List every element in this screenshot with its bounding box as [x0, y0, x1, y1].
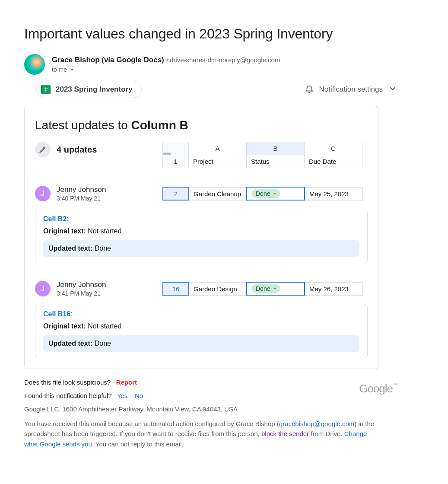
recipient-label: to me — [52, 66, 67, 73]
editor-name: Jenny Johnson — [57, 280, 106, 289]
cell-link[interactable]: Cell B2 — [43, 215, 67, 223]
email-footer: Google™ Does this file look suspicious? … — [24, 379, 378, 449]
report-link[interactable]: Report — [116, 379, 137, 386]
cell-status: Done — [247, 187, 305, 200]
change-card: Cell B16: Original text: Not started Upd… — [35, 304, 368, 358]
editor-avatar: J — [35, 186, 51, 201]
status-pill: Done — [251, 189, 280, 198]
update-block: J Jenny Johnson 3:40 PM May 21 2 Garden … — [35, 185, 368, 263]
email-subject: Important values changed in 2023 Spring … — [24, 26, 406, 42]
suspicious-question: Does this file look suspicious? — [24, 379, 111, 386]
editor-timestamp: 3:40 PM May 21 — [57, 195, 106, 202]
row-number: 1 — [163, 155, 189, 168]
updates-panel: Latest updates to Column B 4 updates A B… — [24, 106, 378, 369]
header-cell: Project — [189, 155, 247, 168]
pencil-icon — [35, 142, 51, 157]
company-address: Google LLC, 1600 Amphitheater Parkway, M… — [24, 405, 378, 413]
col-header-b: B — [247, 142, 305, 155]
row-number: 16 — [163, 282, 189, 295]
col-header-c: C — [305, 142, 362, 155]
sender-row: Grace Bishop (via Google Docs) <drive-sh… — [24, 54, 406, 75]
original-text: Not started — [88, 227, 121, 235]
updates-count: 4 updates — [57, 145, 97, 155]
sender-email: <drive-shares-dm-noreply@google.com — [166, 56, 280, 64]
notification-settings-label: Notification settings — [319, 85, 383, 94]
cell-status: Done — [247, 282, 305, 295]
helpful-yes-link[interactable]: Yes — [117, 392, 127, 399]
sender-email-link[interactable]: gracebishop@google.com — [279, 420, 355, 427]
change-row-table: 2 Garden Cleanup Done May 25, 2023 — [162, 187, 363, 201]
updated-text: Done — [95, 340, 111, 347]
header-cell: Status — [247, 155, 305, 168]
col-header-a: A — [189, 142, 247, 155]
notification-settings-button[interactable]: Notification settings — [305, 84, 397, 96]
status-pill: Done — [251, 284, 280, 293]
sender-name: Grace Bishop (via Google Docs) — [52, 56, 164, 64]
panel-title: Latest updates to Column B — [35, 118, 368, 132]
cell-project: Garden Cleanup — [189, 187, 247, 200]
google-logo: Google™ — [359, 382, 397, 395]
helpful-no-link[interactable]: No — [135, 392, 143, 399]
update-block: J Jenny Johnson 3:41 PM May 21 16 Garden… — [35, 280, 368, 358]
header-table: A B C 1 Project Status Due Date — [162, 142, 362, 168]
editor-name: Jenny Johnson — [57, 185, 106, 194]
cell-link[interactable]: Cell B16 — [43, 310, 70, 318]
table-corner — [163, 142, 189, 155]
cell-duedate: May 25, 2023 — [305, 187, 362, 200]
change-card: Cell B2: Original text: Not started Upda… — [35, 209, 368, 263]
cell-duedate: May 26, 2023 — [305, 282, 362, 295]
document-chip-label: 2023 Spring Inventory — [56, 85, 133, 94]
cell-project: Garden Design — [189, 282, 247, 295]
recipient-dropdown-icon[interactable] — [70, 67, 75, 72]
editor-avatar: J — [35, 281, 51, 296]
block-sender-link[interactable]: block the sender — [261, 430, 309, 437]
sender-avatar — [24, 54, 45, 75]
helpful-question: Found this notification helpful? — [24, 392, 112, 399]
chevron-down-icon — [388, 84, 397, 96]
updated-text: Done — [95, 245, 111, 252]
sheets-icon — [41, 85, 51, 94]
change-row-table: 16 Garden Design Done May 26, 2023 — [162, 282, 363, 296]
bell-icon — [305, 84, 314, 96]
footer-body: You have received this email because an … — [24, 419, 378, 449]
row-number: 2 — [163, 187, 189, 200]
original-text: Not started — [88, 322, 121, 330]
document-chip[interactable]: 2023 Spring Inventory — [36, 81, 142, 98]
header-cell: Due Date — [305, 155, 362, 168]
editor-timestamp: 3:41 PM May 21 — [57, 290, 106, 297]
